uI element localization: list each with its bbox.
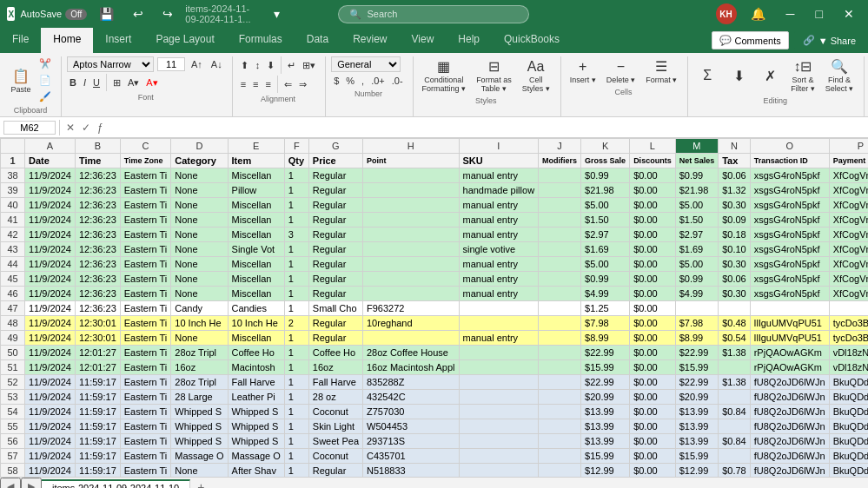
cell-k-46[interactable]: $4.99 bbox=[581, 287, 630, 301]
cell-g-46[interactable]: Regular bbox=[308, 287, 362, 301]
cell-b-55[interactable]: 11:59:17 bbox=[75, 419, 120, 434]
cell-i-42[interactable]: manual entry bbox=[459, 228, 539, 242]
cell-o-48[interactable]: lIlguUMVqPU51 bbox=[750, 316, 829, 331]
cell-a-56[interactable]: 11/9/2024 bbox=[25, 434, 76, 449]
cell-d-55[interactable]: Whipped S bbox=[171, 419, 228, 434]
col-header-l[interactable]: L bbox=[630, 139, 676, 154]
tab-quickbooks[interactable]: QuickBooks bbox=[492, 28, 572, 53]
cell-f-53[interactable]: 1 bbox=[284, 390, 308, 405]
dropdown-button[interactable]: ▾ bbox=[267, 0, 287, 28]
cell-b-48[interactable]: 12:30:01 bbox=[75, 316, 120, 331]
header-item[interactable]: Item bbox=[228, 154, 284, 168]
cell-e-49[interactable]: Miscellan bbox=[228, 331, 284, 346]
table-row[interactable]: 4911/9/202412:30:01Eastern TiNoneMiscell… bbox=[1, 331, 869, 346]
cell-m-46[interactable]: $4.99 bbox=[675, 287, 719, 301]
cell-d-41[interactable]: None bbox=[171, 213, 228, 228]
table-row[interactable]: 4611/9/202412:36:23Eastern TiNoneMiscell… bbox=[1, 287, 869, 301]
cell-i-40[interactable]: manual entry bbox=[459, 198, 539, 213]
cell-styles-button[interactable]: Aa CellStyles ▾ bbox=[519, 57, 553, 95]
cell-a-46[interactable]: 11/9/2024 bbox=[25, 287, 76, 301]
cell-e-50[interactable]: Coffee Ho bbox=[228, 346, 284, 360]
col-header-n[interactable]: N bbox=[719, 139, 751, 154]
cell-c-48[interactable]: Eastern Ti bbox=[120, 316, 171, 331]
cell-k-50[interactable]: $22.99 bbox=[581, 346, 630, 360]
cell-b-42[interactable]: 12:36:23 bbox=[75, 228, 120, 242]
cell-h-53[interactable]: 432542C bbox=[363, 390, 460, 405]
cell-k-45[interactable]: $0.99 bbox=[581, 272, 630, 287]
cell-o-41[interactable]: xsgsG4roN5pkf bbox=[750, 213, 829, 228]
cell-n-50[interactable]: $1.38 bbox=[719, 346, 751, 360]
cell-d-51[interactable]: 16oz bbox=[171, 360, 228, 375]
cell-m-40[interactable]: $5.00 bbox=[675, 198, 719, 213]
col-header-i[interactable]: I bbox=[459, 139, 539, 154]
cell-o-55[interactable]: fU8Q2oJD6lWJn bbox=[750, 419, 829, 434]
cell-e-51[interactable]: Macintosh bbox=[228, 360, 284, 375]
cell-m-43[interactable]: $1.69 bbox=[675, 242, 719, 257]
cell-n-38[interactable]: $0.06 bbox=[719, 168, 751, 183]
cell-p-42[interactable]: XfCogVnF3F bbox=[829, 228, 868, 242]
indent-increase-button[interactable]: ⇒ bbox=[296, 77, 309, 92]
paste-button[interactable]: 📋 Paste bbox=[7, 66, 35, 96]
insert-function-button[interactable]: ƒ bbox=[95, 122, 106, 134]
cell-a-53[interactable]: 11/9/2024 bbox=[25, 390, 76, 405]
cell-k-57[interactable]: $15.99 bbox=[581, 449, 630, 464]
cell-a-42[interactable]: 11/9/2024 bbox=[25, 228, 76, 242]
italic-button[interactable]: I bbox=[81, 76, 89, 89]
cell-j-53[interactable] bbox=[539, 390, 581, 405]
cell-b-56[interactable]: 11:59:17 bbox=[75, 434, 120, 449]
cell-c-47[interactable]: Eastern Ti bbox=[120, 301, 171, 316]
cell-n-53[interactable] bbox=[719, 390, 751, 405]
cell-j-41[interactable] bbox=[539, 213, 581, 228]
cell-g-39[interactable]: Regular bbox=[308, 183, 362, 198]
cell-e-52[interactable]: Fall Harve bbox=[228, 375, 284, 390]
cell-a-47[interactable]: 11/9/2024 bbox=[25, 301, 76, 316]
cell-e-58[interactable]: After Shav bbox=[228, 464, 284, 478]
align-middle-button[interactable]: ↕ bbox=[253, 58, 263, 72]
cell-d-40[interactable]: None bbox=[171, 198, 228, 213]
border-button[interactable]: ⊞ bbox=[110, 76, 123, 90]
cell-l-38[interactable]: $0.00 bbox=[630, 168, 676, 183]
cell-n-57[interactable] bbox=[719, 449, 751, 464]
number-format-select[interactable]: General bbox=[331, 56, 401, 72]
cell-o-56[interactable]: fU8Q2oJD6lWJn bbox=[750, 434, 829, 449]
sort-filter-button[interactable]: ↕⊟ Sort &Filter ▾ bbox=[787, 56, 818, 95]
cell-d-39[interactable]: None bbox=[171, 183, 228, 198]
cell-o-57[interactable]: fU8Q2oJD6lWJn bbox=[750, 449, 829, 464]
header-net-sales[interactable]: Net Sales bbox=[675, 154, 719, 168]
cell-o-44[interactable]: xsgsG4roN5pkf bbox=[750, 257, 829, 272]
cell-g-41[interactable]: Regular bbox=[308, 213, 362, 228]
cell-l-48[interactable]: $0.00 bbox=[630, 316, 676, 331]
cell-l-53[interactable]: $0.00 bbox=[630, 390, 676, 405]
cell-a-40[interactable]: 11/9/2024 bbox=[25, 198, 76, 213]
cell-f-56[interactable]: 1 bbox=[284, 434, 308, 449]
cell-m-51[interactable]: $15.99 bbox=[675, 360, 719, 375]
table-row[interactable]: 4711/9/202412:36:23Eastern TiCandyCandie… bbox=[1, 301, 869, 316]
cell-b-39[interactable]: 12:36:23 bbox=[75, 183, 120, 198]
cell-h-43[interactable] bbox=[363, 242, 460, 257]
header-date[interactable]: Date bbox=[25, 154, 76, 168]
cell-i-58[interactable] bbox=[459, 464, 539, 478]
cell-n-47[interactable] bbox=[719, 301, 751, 316]
cell-h-57[interactable]: C435701 bbox=[363, 449, 460, 464]
cell-l-57[interactable]: $0.00 bbox=[630, 449, 676, 464]
cell-p-45[interactable]: XfCogVnF3F bbox=[829, 272, 868, 287]
header-category[interactable]: Category bbox=[171, 154, 228, 168]
header-timezone[interactable]: Time Zone bbox=[120, 154, 171, 168]
table-row[interactable]: 4411/9/202412:36:23Eastern TiNoneMiscell… bbox=[1, 257, 869, 272]
cell-p-56[interactable]: BkuQDdlVN bbox=[829, 434, 868, 449]
cell-i-38[interactable]: manual entry bbox=[459, 168, 539, 183]
cell-l-39[interactable]: $0.00 bbox=[630, 183, 676, 198]
cell-i-55[interactable] bbox=[459, 419, 539, 434]
cell-e-54[interactable]: Whipped S bbox=[228, 405, 284, 419]
cell-d-49[interactable]: None bbox=[171, 331, 228, 346]
cell-d-46[interactable]: None bbox=[171, 287, 228, 301]
cell-h-44[interactable] bbox=[363, 257, 460, 272]
cell-g-45[interactable]: Regular bbox=[308, 272, 362, 287]
cell-n-42[interactable]: $0.18 bbox=[719, 228, 751, 242]
formula-input[interactable] bbox=[109, 122, 865, 133]
wrap-text-button[interactable]: ↵ bbox=[285, 58, 298, 73]
table-row[interactable]: 3911/9/202412:36:23Eastern TiNonePillow1… bbox=[1, 183, 869, 198]
cell-f-43[interactable]: 1 bbox=[284, 242, 308, 257]
cell-o-40[interactable]: xsgsG4roN5pkf bbox=[750, 198, 829, 213]
cell-o-38[interactable]: xsgsG4roN5pkf bbox=[750, 168, 829, 183]
